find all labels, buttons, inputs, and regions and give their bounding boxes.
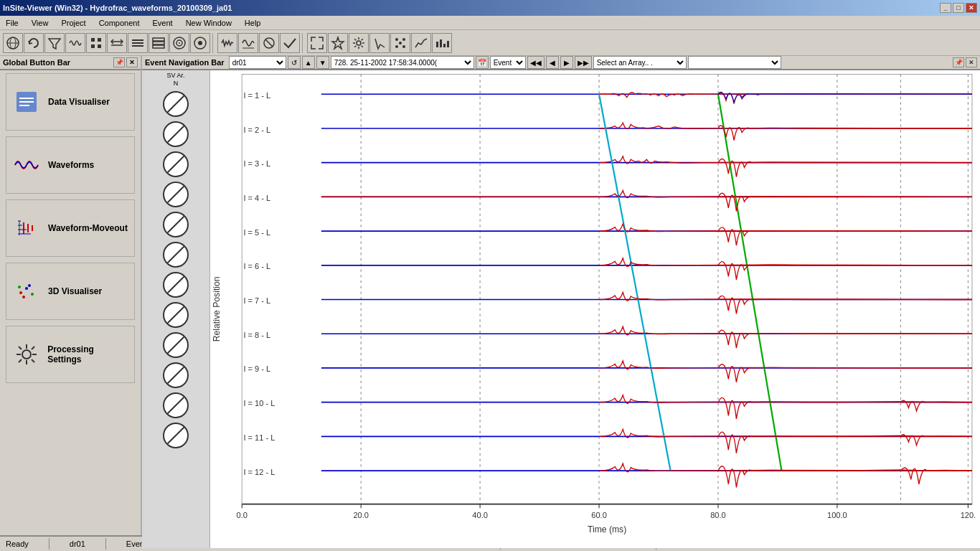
global-bar-close[interactable]: ✕	[126, 57, 138, 67]
svg-rect-31	[440, 39, 442, 47]
circles-column: SV Ar.N	[142, 70, 210, 548]
histogram-btn[interactable]	[432, 33, 452, 53]
status-ready: Ready	[6, 540, 29, 548]
app-title: InSite-Viewer (Win32) - Hydrofrac_wavefo…	[3, 4, 232, 12]
svg-point-28	[402, 45, 405, 48]
svg-text:I = 8 - L: I = 8 - L	[243, 331, 270, 339]
pointer-btn[interactable]	[369, 33, 390, 53]
circle-btn[interactable]	[259, 33, 279, 53]
chart-container[interactable]: Relative Position I = 1 - L	[210, 70, 980, 548]
svg-text:I = 3 - L: I = 3 - L	[243, 159, 270, 168]
svg-text:Relative Position: Relative Position	[212, 276, 222, 342]
target-btn[interactable]	[169, 33, 189, 53]
nav-down-btn[interactable]: ▼	[316, 56, 329, 69]
event-nav-close[interactable]: ✕	[966, 57, 977, 67]
processing-settings-button[interactable]: Processing Settings	[6, 326, 135, 383]
maximize-button[interactable]: □	[953, 3, 964, 13]
globe-btn[interactable]	[3, 33, 23, 53]
event-nav-pin[interactable]: 📌	[953, 57, 964, 67]
waveform-moveout-button[interactable]: Waveform-Moveout	[6, 199, 135, 257]
svg-text:40.0: 40.0	[472, 511, 487, 519]
global-button-bar-header: Global Button Bar 📌 ✕	[0, 56, 141, 70]
waveform-display: SV Ar.N Relative Position	[142, 70, 980, 548]
nav-refresh-btn[interactable]: ↺	[288, 56, 301, 69]
arrows-btn[interactable]	[107, 33, 127, 53]
menu-view[interactable]: View	[29, 17, 52, 29]
3d-visualiser-icon	[12, 277, 41, 306]
chart-btn[interactable]	[411, 33, 431, 53]
global-btn-bar-title: Global Button Bar	[3, 58, 70, 67]
svg-text:60.0: 60.0	[591, 511, 606, 519]
processing-settings-label: Processing Settings	[47, 344, 128, 364]
filter-btn[interactable]	[44, 33, 65, 53]
sensor-11	[163, 392, 189, 418]
svg-rect-5	[91, 44, 95, 48]
svg-rect-35	[19, 98, 34, 99]
event-time-dropdown[interactable]: 728. 25-11-2002 17:58:34.0000(	[331, 56, 474, 69]
main-area: Event Navigation Bar dr01 ↺ ▲ ▼ 728. 25-…	[142, 56, 980, 535]
eq-btn[interactable]	[128, 33, 148, 53]
menu-project[interactable]: Project	[58, 17, 88, 29]
nav-last-btn[interactable]: ▶▶	[575, 56, 592, 69]
svg-text:I = 2 - L: I = 2 - L	[243, 126, 270, 134]
data-visualiser-button[interactable]: Data Visualiser	[6, 73, 135, 131]
waveforms-button[interactable]: Waveforms	[6, 136, 135, 194]
svg-text:I = 11 - L: I = 11 - L	[243, 433, 275, 442]
sensor-12	[163, 423, 189, 448]
svg-line-22	[265, 39, 273, 47]
star-btn[interactable]	[328, 33, 348, 53]
svg-point-25	[395, 38, 398, 41]
expand-btn[interactable]	[307, 33, 327, 53]
bullseye-btn[interactable]	[190, 33, 210, 53]
noise-btn[interactable]	[217, 33, 237, 53]
wave-btn[interactable]	[65, 33, 85, 53]
nav-prev-btn[interactable]: ◀	[546, 56, 559, 69]
svg-text:120.: 120.	[961, 511, 976, 519]
svg-rect-12	[153, 38, 164, 41]
svg-rect-44	[15, 280, 38, 303]
sensor-4	[163, 182, 189, 207]
global-bar-pin[interactable]: 📌	[113, 57, 125, 67]
stack-btn[interactable]	[149, 33, 169, 53]
nav-next-btn[interactable]: ▶	[560, 56, 573, 69]
svg-rect-33	[447, 41, 449, 47]
check-btn[interactable]	[280, 33, 300, 53]
calendar-btn[interactable]: 📅	[476, 56, 489, 69]
menu-component[interactable]: Component	[96, 17, 143, 29]
waveform-chart: Relative Position I = 1 - L	[210, 70, 980, 548]
sensor-8	[163, 302, 189, 328]
wave2-btn[interactable]	[238, 33, 258, 53]
dot-btn[interactable]	[390, 33, 410, 53]
nav-up-btn[interactable]: ▲	[302, 56, 315, 69]
sensor-6	[163, 242, 189, 268]
array-btn[interactable]	[86, 33, 106, 53]
data-visualiser-label: Data Visualiser	[48, 97, 110, 107]
refresh-btn[interactable]	[24, 33, 44, 53]
3d-visualiser-button[interactable]: 3D Visualiser	[6, 263, 135, 320]
svg-point-27	[395, 45, 398, 48]
dr01-dropdown[interactable]: dr01	[229, 56, 286, 69]
svg-point-49	[28, 284, 31, 287]
array-sub-dropdown[interactable]	[688, 56, 781, 69]
nav-first-btn[interactable]: ◀◀	[527, 56, 545, 69]
menu-bar: File View Project Component Event New Wi…	[0, 16, 980, 30]
svg-text:0.0: 0.0	[237, 511, 248, 519]
svg-text:I = 12 - L: I = 12 - L	[243, 468, 275, 476]
sensor-3	[163, 151, 189, 177]
svg-rect-39	[15, 217, 38, 240]
svg-text:I = 5 - L: I = 5 - L	[243, 228, 270, 237]
minimize-button[interactable]: _	[940, 3, 951, 13]
menu-file[interactable]: File	[3, 17, 22, 29]
menu-new-window[interactable]: New Window	[183, 17, 235, 29]
svg-rect-32	[443, 44, 446, 47]
array-dropdown[interactable]: Select an Array.. .	[593, 56, 687, 69]
menu-help[interactable]: Help	[242, 17, 264, 29]
panels-area: Global Button Bar 📌 ✕ Data Visualiser	[0, 56, 980, 535]
event-type-dropdown[interactable]: Event	[490, 56, 526, 69]
close-button[interactable]: ✕	[966, 3, 977, 13]
status-sep2	[105, 538, 106, 550]
sensor-7	[163, 272, 189, 298]
menu-event[interactable]: Event	[150, 17, 176, 29]
gear-btn[interactable]	[349, 33, 369, 53]
sensor-9	[163, 332, 189, 358]
